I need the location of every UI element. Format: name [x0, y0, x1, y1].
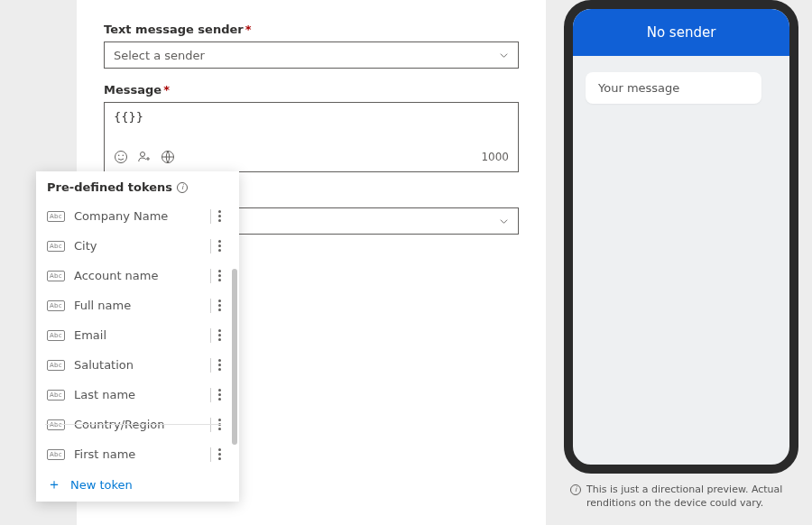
more-icon[interactable] — [218, 299, 221, 311]
chevron-down-icon — [499, 51, 509, 60]
new-token-button[interactable]: ＋ New token — [36, 467, 239, 502]
svg-point-3 — [141, 152, 145, 157]
chevron-down-icon — [499, 216, 509, 226]
svg-point-0 — [115, 152, 127, 163]
disclaimer-text: This is just a directional preview. Actu… — [586, 484, 801, 511]
separator — [210, 358, 211, 373]
required-asterisk: * — [163, 83, 170, 97]
tokens-header: Pre-defined tokens i — [36, 171, 239, 201]
abc-badge-icon: Abc — [47, 300, 65, 311]
abc-badge-icon: Abc — [47, 449, 65, 460]
separator — [210, 299, 211, 313]
svg-point-2 — [123, 155, 125, 157]
separator — [210, 269, 211, 283]
tokens-title: Pre-defined tokens — [47, 180, 172, 194]
more-icon[interactable] — [218, 270, 221, 281]
info-icon[interactable]: i — [177, 182, 188, 193]
abc-badge-icon: Abc — [47, 330, 65, 341]
message-label-text: Message — [104, 83, 161, 97]
token-label: Full name — [74, 299, 203, 312]
token-label: Country/Region — [74, 418, 203, 431]
globe-shortcut-icon[interactable] — [161, 150, 175, 164]
abc-badge-icon: Abc — [47, 241, 65, 252]
sender-select-placeholder: Select a sender — [114, 49, 205, 62]
token-item[interactable]: AbcSalutation — [36, 350, 230, 380]
separator — [210, 447, 211, 462]
message-editor[interactable]: {{}} 1000 — [104, 102, 519, 172]
abc-badge-icon: Abc — [47, 360, 65, 371]
token-item[interactable]: AbcFirst name — [36, 439, 230, 467]
bubble-text: Your message — [598, 81, 679, 95]
required-asterisk: * — [245, 23, 252, 36]
phone-preview: No sender Your message — [564, 0, 798, 474]
more-icon[interactable] — [218, 210, 221, 222]
more-icon[interactable] — [218, 329, 221, 341]
separator — [210, 209, 211, 224]
scrollbar-thumb[interactable] — [232, 269, 237, 445]
sender-label: Text message sender* — [104, 23, 519, 36]
token-label: First name — [74, 447, 203, 461]
emoji-icon[interactable] — [114, 150, 128, 164]
sender-select[interactable]: Select a sender — [104, 41, 519, 69]
abc-badge-icon: Abc — [47, 211, 65, 222]
message-label: Message* — [104, 83, 519, 97]
more-icon[interactable] — [218, 419, 221, 430]
separator — [210, 418, 211, 432]
preview-disclaimer: i This is just a directional preview. Ac… — [570, 484, 801, 511]
token-item[interactable]: AbcCompany Name — [36, 201, 230, 231]
tokens-panel: Pre-defined tokens i AbcCompany NameAbcC… — [36, 171, 239, 502]
sender-label-text: Text message sender — [104, 23, 244, 36]
phone-header: No sender — [573, 9, 789, 56]
token-item[interactable]: AbcLast name — [36, 380, 230, 410]
token-item[interactable]: AbcFull name — [36, 290, 230, 320]
token-label: City — [74, 239, 203, 253]
separator — [210, 328, 211, 343]
phone-header-text: No sender — [647, 24, 716, 41]
svg-point-1 — [118, 155, 120, 157]
new-token-label: New token — [70, 478, 133, 492]
token-label: Company Name — [74, 209, 203, 223]
tokens-list: AbcCompany NameAbcCityAbcAccount nameAbc… — [36, 201, 239, 467]
person-add-icon[interactable] — [137, 150, 152, 164]
token-item[interactable]: AbcAccount name — [36, 261, 230, 290]
char-count: 1000 — [481, 151, 509, 163]
abc-badge-icon: Abc — [47, 390, 65, 401]
more-icon[interactable] — [218, 389, 221, 401]
plus-icon: ＋ — [47, 475, 61, 494]
message-toolbar: 1000 — [114, 150, 509, 164]
info-icon: i — [570, 484, 581, 495]
more-icon[interactable] — [218, 240, 221, 252]
token-label: Salutation — [74, 358, 203, 372]
separator — [210, 388, 211, 402]
more-icon[interactable] — [218, 359, 221, 371]
token-item[interactable]: AbcEmail — [36, 320, 230, 350]
token-label: Last name — [74, 388, 203, 401]
token-item[interactable]: AbcCountry/Region — [36, 410, 230, 439]
abc-badge-icon: Abc — [47, 419, 65, 430]
token-label: Email — [74, 328, 203, 342]
separator — [210, 239, 211, 253]
abc-badge-icon: Abc — [47, 271, 65, 281]
more-icon[interactable] — [218, 448, 221, 460]
message-text[interactable]: {{}} — [114, 110, 509, 141]
message-bubble: Your message — [586, 72, 761, 104]
token-label: Account name — [74, 269, 203, 282]
phone-body: Your message — [573, 56, 789, 465]
token-item[interactable]: AbcCity — [36, 231, 230, 261]
